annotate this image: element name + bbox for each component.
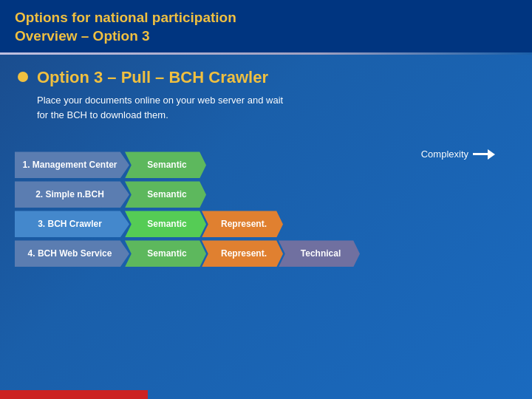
row4-col2: Semantic xyxy=(125,240,206,267)
diagram-area: Complexity 1. Management Center Semantic… xyxy=(15,151,517,267)
complexity-arrow-icon xyxy=(473,150,495,159)
row2-col2: Semantic xyxy=(125,181,206,208)
option-heading: Option 3 – Pull – BCH Crawler xyxy=(37,68,268,87)
header-bar: Options for national participation Overv… xyxy=(0,0,532,52)
row2-col1: 2. Simple n.BCH xyxy=(15,181,129,208)
row3-col3: Represent. xyxy=(202,211,283,237)
row1-col1: 1. Management Center xyxy=(15,151,129,178)
desc-line1: Place your documents online on your web … xyxy=(37,95,283,106)
bottom-bar xyxy=(0,390,148,399)
table-row: 3. BCH Crawler Semantic Represent. xyxy=(15,211,517,237)
table-row: 4. BCH Web Service Semantic Represent. T… xyxy=(15,240,517,267)
row3-col1: 3. BCH Crawler xyxy=(15,211,129,237)
option-title: Option 3 – Pull – BCH Crawler xyxy=(37,68,268,87)
row4-col3: Represent. xyxy=(202,240,283,267)
main-content: Option 3 – Pull – BCH Crawler Place your… xyxy=(0,55,532,129)
table-row: 2. Simple n.BCH Semantic xyxy=(15,181,517,208)
row4-col1: 4. BCH Web Service xyxy=(15,240,129,267)
row4-col4: Technical xyxy=(279,240,360,267)
bullet-row: Option 3 – Pull – BCH Crawler xyxy=(18,68,514,87)
title-line2: Overview – Option 3 xyxy=(15,28,150,44)
desc-line2: for the BCH to download them. xyxy=(37,109,168,120)
bullet-dot xyxy=(18,72,28,82)
page-title: Options for national participation Overv… xyxy=(15,9,517,45)
option-description: Place your documents online on your web … xyxy=(37,93,514,122)
complexity-label: Complexity xyxy=(421,149,495,160)
complexity-text: Complexity xyxy=(421,149,468,160)
row3-col2: Semantic xyxy=(125,211,206,237)
row1-col2: Semantic xyxy=(125,151,206,178)
title-line1: Options for national participation xyxy=(15,10,236,25)
